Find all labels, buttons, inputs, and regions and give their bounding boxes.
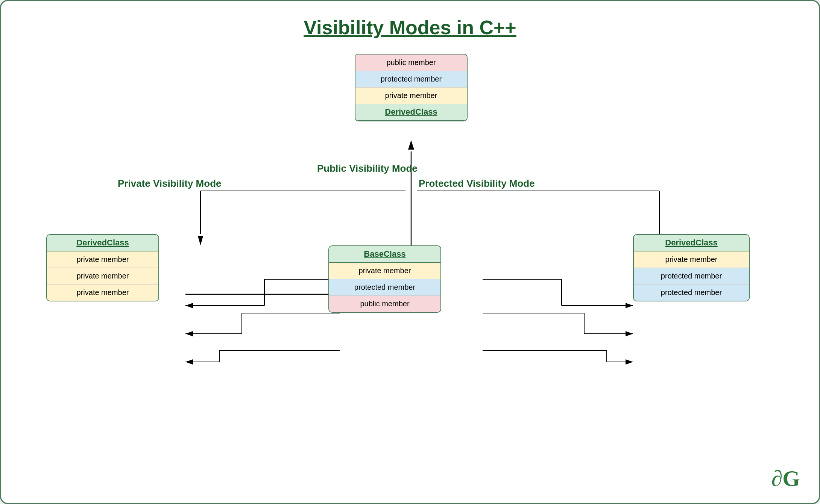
right-protected-member-2: protected member: [634, 285, 749, 301]
left-private-member-2: private member: [47, 268, 158, 285]
top-derived-label: DerivedClass: [355, 104, 467, 121]
base-class-label: BaseClass: [329, 246, 440, 263]
page-title: Visibility Modes in C++: [1, 1, 819, 39]
base-public-member: public member: [329, 296, 440, 312]
public-mode-label: Public Visibility Mode: [317, 163, 418, 174]
gfg-logo: ∂G: [771, 466, 800, 492]
base-protected-member: protected member: [329, 279, 440, 296]
svg-marker-22: [626, 331, 633, 336]
svg-marker-14: [185, 359, 193, 365]
top-public-member: public member: [355, 54, 467, 71]
top-private-member: private member: [355, 88, 467, 104]
right-derived-label: DerivedClass: [634, 235, 749, 251]
main-container: Visibility Modes in C++: [0, 0, 820, 504]
svg-marker-18: [626, 303, 633, 308]
left-private-member-1: private member: [47, 251, 158, 268]
right-private-member: private member: [634, 251, 749, 268]
protected-mode-label: Protected Visibility Mode: [419, 178, 535, 189]
base-private-member: private member: [329, 263, 440, 279]
right-derived-class-box: DerivedClass private member protected me…: [633, 234, 750, 301]
svg-marker-26: [626, 359, 633, 365]
svg-marker-6: [185, 303, 193, 308]
svg-marker-29: [198, 236, 203, 245]
top-protected-member: protected member: [355, 71, 467, 88]
base-class-box: BaseClass private member protected membe…: [328, 245, 441, 313]
private-mode-label: Private Visibility Mode: [118, 178, 222, 189]
left-private-member-3: private member: [47, 285, 158, 301]
svg-marker-1: [408, 140, 414, 150]
svg-marker-10: [185, 331, 193, 336]
left-derived-class-box: DerivedClass private member private memb…: [46, 234, 159, 301]
right-protected-member-1: protected member: [634, 268, 749, 285]
top-derived-class-box: public member protected member private m…: [355, 54, 468, 121]
left-derived-label: DerivedClass: [47, 235, 158, 251]
